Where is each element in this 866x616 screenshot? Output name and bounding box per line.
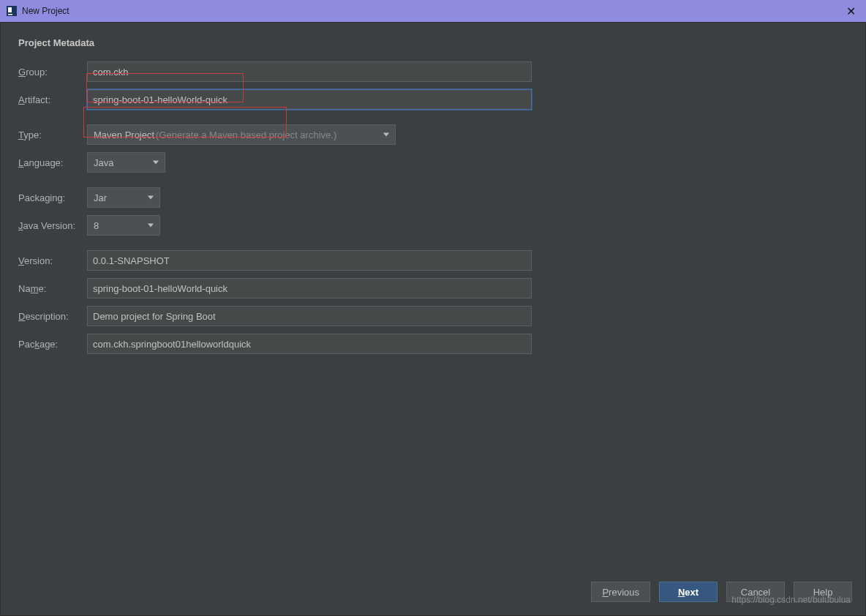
chevron-down-icon <box>148 224 154 228</box>
description-input[interactable] <box>87 306 532 326</box>
cancel-button[interactable]: Cancel <box>726 582 785 602</box>
chevron-down-icon <box>153 161 159 165</box>
package-label: Package: <box>18 339 87 350</box>
close-icon[interactable]: ✕ <box>842 3 860 20</box>
type-select-value: Maven Project <box>94 129 154 140</box>
svg-rect-2 <box>8 14 12 15</box>
chevron-down-icon <box>383 133 389 137</box>
language-label: Language: <box>18 157 87 168</box>
dialog-body: Project Metadata Group: Artifact: Type: … <box>0 22 866 616</box>
chevron-down-icon <box>148 196 154 200</box>
java-version-label: Java Version: <box>18 220 87 231</box>
package-input[interactable] <box>87 334 532 354</box>
section-heading: Project Metadata <box>18 37 848 48</box>
java-version-select-value: 8 <box>94 220 99 231</box>
artifact-label: Artifact: <box>18 94 87 105</box>
group-label: Group: <box>18 67 87 78</box>
next-button[interactable]: Next <box>659 582 718 602</box>
packaging-select[interactable]: Jar <box>87 187 160 208</box>
packaging-label: Packaging: <box>18 192 87 203</box>
type-select-hint: (Generate a Maven based project archive.… <box>156 129 336 140</box>
java-version-select[interactable]: 8 <box>87 215 160 236</box>
svg-rect-1 <box>8 7 12 12</box>
app-icon <box>6 5 18 17</box>
window-title: New Project <box>22 6 842 16</box>
button-bar: Previous Next Cancel Help <box>591 582 852 602</box>
language-select-value: Java <box>94 157 113 168</box>
description-label: Description: <box>18 311 87 322</box>
type-label: Type: <box>18 129 87 140</box>
version-label: Version: <box>18 255 87 266</box>
previous-button[interactable]: Previous <box>591 582 650 602</box>
artifact-input[interactable] <box>87 89 532 110</box>
titlebar: New Project ✕ <box>0 0 866 22</box>
name-input[interactable] <box>87 278 532 298</box>
type-select[interactable]: Maven Project (Generate a Maven based pr… <box>87 124 396 145</box>
version-input[interactable] <box>87 250 532 271</box>
packaging-select-value: Jar <box>94 192 107 203</box>
help-button[interactable]: Help <box>794 582 852 602</box>
language-select[interactable]: Java <box>87 152 165 173</box>
name-label: Name: <box>18 283 87 294</box>
group-input[interactable] <box>87 61 532 82</box>
